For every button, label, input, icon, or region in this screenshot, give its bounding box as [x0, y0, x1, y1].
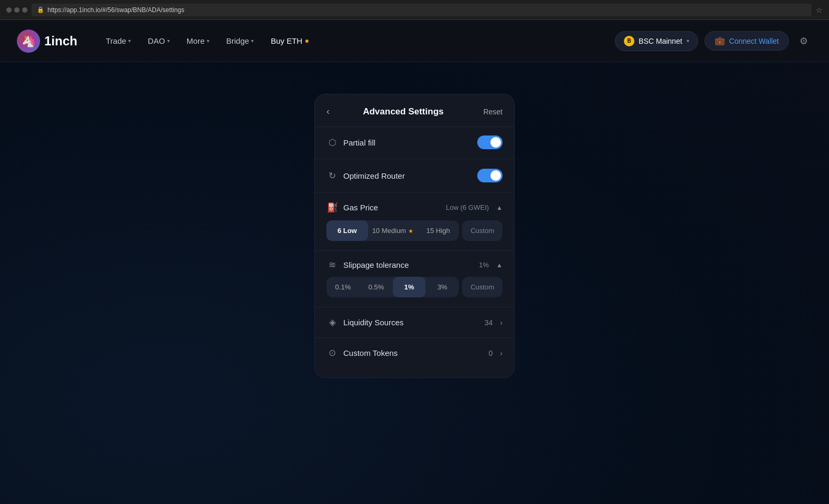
address-bar[interactable]: 🔒 https://app.1inch.io/#/56/swap/BNB/ADA… [32, 4, 812, 16]
logo-text: 1inch [44, 34, 78, 49]
logo-area: 🦄 1inch [17, 30, 78, 53]
settings-panel: ‹ Advanced Settings Reset ⬡ Partial fill… [314, 94, 515, 378]
gas-option-group: 6 Low 10 Medium ★ 15 High [326, 220, 459, 241]
gas-price-icon: ⛽ [326, 202, 338, 213]
trade-chevron-icon: ▾ [128, 38, 131, 44]
slippage-section: ≋ Slippage tolerance 1% ▲ 0.1% 0.5% 1% 3… [315, 252, 514, 297]
gas-options: 6 Low 10 Medium ★ 15 High Custom [326, 220, 503, 241]
slippage-chevron-icon: ▲ [496, 261, 503, 269]
top-nav: 🦄 1inch Trade ▾ DAO ▾ More ▾ Bridge ▾ Bu… [0, 20, 829, 62]
nav-dao-label: DAO [148, 36, 165, 45]
gas-price-section: ⛽ Gas Price Low (6 GWEI) ▲ 6 Low 10 Medi… [315, 193, 514, 241]
custom-tokens-arrow-icon: › [500, 349, 503, 357]
browser-close [6, 7, 12, 13]
slippage-label: Slippage tolerance [343, 260, 474, 269]
partial-fill-icon: ⬡ [326, 137, 338, 148]
url-text: https://app.1inch.io/#/56/swap/BNB/ADA/s… [47, 6, 184, 14]
slippage-current-value: 1% [479, 261, 489, 269]
divider-1 [315, 159, 514, 159]
custom-tokens-row[interactable]: ⊙ Custom Tokens 0 › [315, 339, 514, 367]
network-chevron-icon: ▾ [687, 38, 689, 44]
nav-trade-label: Trade [106, 36, 127, 45]
liquidity-sources-row[interactable]: ◈ Liquidity Sources 34 › [315, 308, 514, 336]
slippage-icon: ≋ [326, 259, 338, 270]
nav-more-label: More [187, 36, 205, 45]
slippage-option-0-5[interactable]: 0.5% [360, 277, 393, 297]
gas-custom-button[interactable]: Custom [462, 220, 503, 241]
wallet-icon: 💼 [715, 36, 725, 46]
nav-links: Trade ▾ DAO ▾ More ▾ Bridge ▾ Buy ETH [99, 32, 615, 50]
bsc-icon: B [624, 36, 634, 46]
asterisk-icon: ★ [408, 228, 413, 234]
browser-bar: 🔒 https://app.1inch.io/#/56/swap/BNB/ADA… [0, 0, 829, 20]
partial-fill-row: ⬡ Partial fill [315, 127, 514, 158]
gas-price-label: Gas Price [343, 203, 440, 212]
liquidity-icon: ◈ [326, 317, 338, 328]
reset-button[interactable]: Reset [483, 108, 503, 116]
nav-right: B BSC Mainnet ▾ 💼 Connect Wallet ⚙ [615, 31, 812, 51]
connect-wallet-button[interactable]: 💼 Connect Wallet [705, 31, 789, 51]
dao-chevron-icon: ▾ [167, 38, 170, 44]
divider-2 [315, 192, 514, 192]
slippage-option-0-1[interactable]: 0.1% [326, 277, 360, 297]
nav-bridge[interactable]: Bridge ▾ [219, 32, 261, 50]
liquidity-sources-arrow-icon: › [500, 318, 503, 327]
partial-fill-thumb [490, 137, 501, 148]
optimized-router-toggle[interactable] [477, 169, 503, 182]
panel-header: ‹ Advanced Settings Reset [315, 94, 514, 127]
gas-current-value: Low (6 GWEI) [446, 203, 489, 211]
global-settings-button[interactable]: ⚙ [795, 31, 812, 51]
liquidity-sources-value: 34 [485, 318, 493, 327]
back-button[interactable]: ‹ [326, 105, 334, 118]
main-content: ‹ Advanced Settings Reset ⬡ Partial fill… [0, 62, 829, 378]
browser-minimize [14, 7, 20, 13]
divider-4 [315, 307, 514, 307]
nav-buy-eth[interactable]: Buy ETH [263, 32, 316, 50]
partial-fill-toggle[interactable] [477, 135, 503, 149]
nav-trade[interactable]: Trade ▾ [99, 32, 139, 50]
nav-buy-eth-label: Buy ETH [271, 36, 302, 45]
gas-chevron-icon: ▲ [496, 204, 503, 211]
bridge-chevron-icon: ▾ [251, 38, 254, 44]
optimized-router-label: Optimized Router [343, 171, 472, 180]
optimized-router-icon: ↻ [326, 170, 338, 181]
slippage-option-group: 0.1% 0.5% 1% 3% [326, 277, 459, 297]
partial-fill-label: Partial fill [343, 138, 472, 147]
optimized-router-thumb [490, 170, 501, 181]
bookmark-icon[interactable]: ☆ [816, 6, 823, 14]
nav-bridge-label: Bridge [226, 36, 249, 45]
more-chevron-icon: ▾ [207, 38, 209, 44]
slippage-option-1[interactable]: 1% [393, 277, 426, 297]
browser-maximize [22, 7, 27, 13]
optimized-router-row: ↻ Optimized Router [315, 160, 514, 191]
slippage-option-3[interactable]: 3% [426, 277, 459, 297]
nav-more[interactable]: More ▾ [179, 32, 217, 50]
gas-header: ⛽ Gas Price Low (6 GWEI) ▲ [326, 193, 503, 220]
custom-tokens-icon: ⊙ [326, 347, 338, 358]
divider-3 [315, 250, 514, 251]
slippage-custom-button[interactable]: Custom [462, 277, 503, 297]
browser-controls [6, 7, 27, 13]
network-label: BSC Mainnet [639, 37, 682, 45]
custom-tokens-value: 0 [489, 349, 493, 357]
gas-option-high[interactable]: 15 High [418, 220, 459, 241]
gas-option-low[interactable]: 6 Low [326, 220, 368, 241]
panel-title: Advanced Settings [334, 106, 473, 117]
divider-5 [315, 337, 514, 338]
partial-fill-track [477, 135, 503, 149]
lock-icon: 🔒 [37, 6, 44, 13]
slippage-options: 0.1% 0.5% 1% 3% Custom [326, 277, 503, 297]
network-selector[interactable]: B BSC Mainnet ▾ [615, 31, 698, 51]
slippage-header: ≋ Slippage tolerance 1% ▲ [326, 252, 503, 277]
connect-wallet-label: Connect Wallet [729, 37, 779, 45]
custom-tokens-label: Custom Tokens [343, 348, 484, 357]
buy-eth-dot [305, 40, 309, 43]
optimized-router-track [477, 169, 503, 182]
gas-option-medium[interactable]: 10 Medium ★ [368, 220, 418, 241]
logo-icon: 🦄 [17, 30, 40, 53]
nav-dao[interactable]: DAO ▾ [140, 32, 177, 50]
liquidity-sources-label: Liquidity Sources [343, 318, 479, 327]
